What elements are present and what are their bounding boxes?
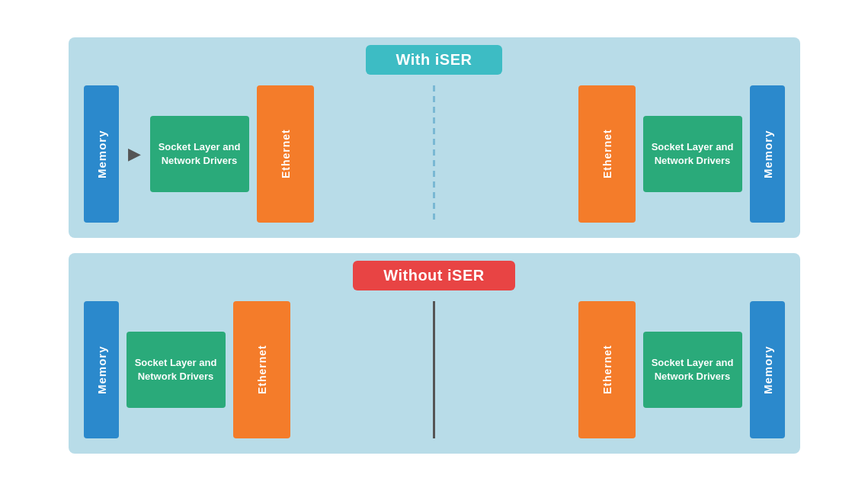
left-arrow: ▶ bbox=[128, 144, 141, 164]
left-side-2: Memory Socket Layer and Network Drivers … bbox=[84, 301, 429, 438]
left-socket-2: Socket Layer and Network Drivers bbox=[127, 332, 226, 408]
without-iser-title: Without iSER bbox=[353, 261, 514, 290]
center-divider-with bbox=[433, 85, 435, 223]
right-socket: Socket Layer and Network Drivers bbox=[643, 116, 742, 192]
right-ethernet: Ethernet bbox=[578, 85, 636, 223]
left-memory-2: Memory bbox=[84, 301, 119, 438]
with-iser-body: Memory ▶ Socket Layer and Network Driver… bbox=[84, 85, 785, 223]
with-iser-section: With iSER Memory ▶ Socket Layer and Netw… bbox=[69, 37, 800, 238]
right-memory: Memory bbox=[750, 85, 785, 223]
left-side: Memory ▶ Socket Layer and Network Driver… bbox=[84, 85, 429, 223]
left-memory: Memory bbox=[84, 85, 119, 223]
left-ethernet: Ethernet bbox=[257, 85, 314, 223]
right-side-2: Memory Socket Layer and Network Drivers … bbox=[440, 301, 785, 438]
right-socket-2: Socket Layer and Network Drivers bbox=[643, 332, 742, 408]
without-iser-body: Memory Socket Layer and Network Drivers … bbox=[84, 301, 785, 438]
right-side: Memory Socket Layer and Network Drivers … bbox=[440, 85, 785, 223]
left-socket: Socket Layer and Network Drivers bbox=[150, 116, 249, 192]
with-iser-title: With iSER bbox=[366, 45, 503, 75]
right-ethernet-2: Ethernet bbox=[578, 301, 636, 438]
left-ethernet-2: Ethernet bbox=[233, 301, 290, 438]
without-iser-section: Without iSER Memory Socket Layer and Net… bbox=[69, 253, 800, 454]
center-divider-without bbox=[433, 301, 435, 438]
right-memory-2: Memory bbox=[750, 301, 785, 438]
